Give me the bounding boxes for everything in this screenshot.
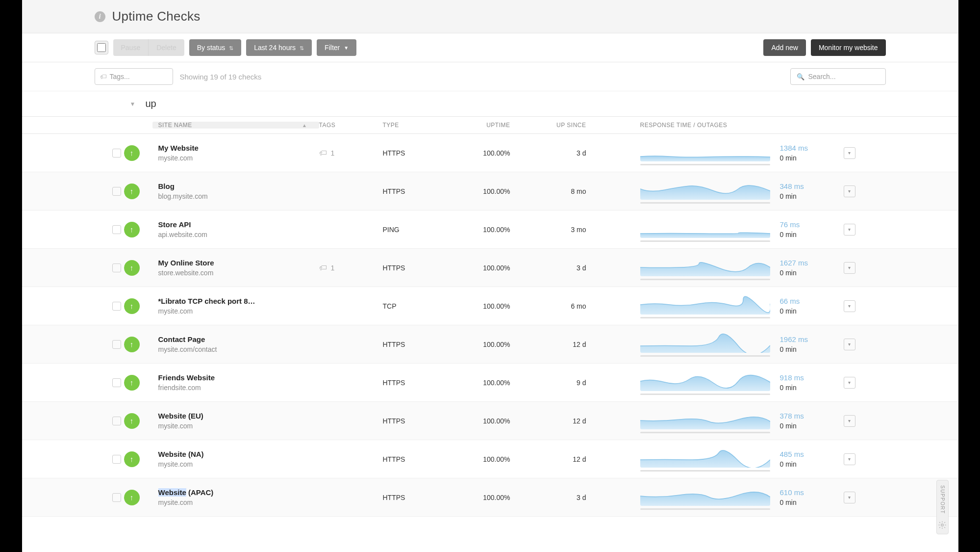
chevron-down-icon: ▼	[344, 45, 349, 51]
upsince-value: 3 d	[520, 264, 601, 272]
tag-icon: 🏷	[319, 263, 327, 272]
col-uptime[interactable]: UPTIME	[452, 122, 520, 129]
search-input[interactable]: 🔍 Search...	[790, 68, 886, 85]
tags-input[interactable]: 🏷 Tags...	[95, 68, 173, 85]
site-url: mysite.com	[158, 154, 319, 162]
filter-label: Filter	[325, 44, 340, 52]
col-sitename[interactable]: SITE NAME ▲	[152, 122, 319, 129]
uptime-value: 100.00%	[452, 455, 520, 463]
table-row[interactable]: Friends Website friendsite.com HTTPS 100…	[22, 364, 958, 402]
col-tags[interactable]: TAGS	[319, 122, 383, 129]
outage-bar	[640, 279, 770, 280]
sort-asc-icon: ▲	[302, 123, 307, 128]
sparkline	[640, 217, 770, 238]
table-row[interactable]: Blog blog.mysite.com HTTPS 100.00% 8 mo …	[22, 172, 958, 210]
outage-time: 0 min	[780, 460, 844, 468]
upsince-value: 3 d	[520, 494, 601, 501]
table-row[interactable]: My Online Store store.website.com 🏷 1 HT…	[22, 249, 958, 287]
status-up-icon	[124, 222, 140, 237]
pause-button[interactable]: Pause	[113, 39, 149, 56]
status-up-icon	[124, 451, 140, 467]
chevron-down-icon: ▼	[130, 101, 136, 107]
uptime-value: 100.00%	[452, 187, 520, 195]
row-menu-button[interactable]: ▾	[844, 300, 855, 312]
table-row[interactable]: Store API api.website.com PING 100.00% 3…	[22, 210, 958, 249]
row-menu-button[interactable]: ▾	[844, 262, 855, 274]
row-menu-button[interactable]: ▾	[844, 185, 855, 197]
sort-dropdown[interactable]: By status	[189, 39, 242, 56]
outage-time: 0 min	[780, 154, 844, 162]
monitor-website-button[interactable]: Monitor my website	[811, 39, 886, 56]
col-upsince[interactable]: UP SINCE	[520, 122, 601, 129]
sparkline	[640, 409, 770, 429]
select-all-checkbox[interactable]	[95, 41, 108, 54]
row-menu-button[interactable]: ▾	[844, 224, 855, 236]
check-type: HTTPS	[383, 341, 452, 348]
row-menu-button[interactable]: ▾	[844, 492, 855, 503]
site-url: mysite.com	[158, 460, 319, 468]
uptime-value: 100.00%	[452, 494, 520, 501]
uptime-value: 100.00%	[452, 226, 520, 234]
sparkline	[640, 294, 770, 315]
table-row[interactable]: Website (APAC) mysite.com HTTPS 100.00% …	[22, 478, 958, 517]
page-header: i Uptime Checks	[22, 0, 958, 33]
row-menu-button[interactable]: ▾	[844, 339, 855, 350]
site-name: *Librato TCP check port 8…	[158, 297, 319, 305]
search-placeholder: Search...	[808, 73, 836, 80]
outage-bar	[640, 202, 770, 204]
status-up-icon	[124, 260, 140, 276]
site-name: Contact Page	[158, 335, 319, 343]
sort-label: By status	[197, 44, 226, 52]
outage-bar	[640, 164, 770, 165]
outage-bar	[640, 508, 770, 510]
response-time: 918 ms	[780, 373, 844, 382]
row-menu-button[interactable]: ▾	[844, 377, 855, 389]
tag-count: 🏷 1	[319, 263, 335, 272]
sparkline	[640, 179, 770, 200]
outage-bar	[640, 355, 770, 357]
sparkline	[640, 332, 770, 353]
site-url: store.website.com	[158, 269, 319, 277]
row-menu-button[interactable]: ▾	[844, 147, 855, 159]
range-dropdown[interactable]: Last 24 hours	[246, 39, 312, 56]
uptime-value: 100.00%	[452, 302, 520, 310]
check-type: HTTPS	[383, 417, 452, 425]
sparkline	[640, 447, 770, 468]
check-type: HTTPS	[383, 187, 452, 195]
tag-icon: 🏷	[100, 73, 107, 80]
sparkline	[640, 256, 770, 276]
outage-time: 0 min	[780, 345, 844, 353]
updown-icon	[229, 44, 233, 52]
group-header[interactable]: ▼ up	[22, 91, 958, 117]
col-type[interactable]: TYPE	[383, 122, 452, 129]
delete-button[interactable]: Delete	[148, 39, 184, 56]
outage-bar	[640, 317, 770, 318]
table-row[interactable]: Website (EU) mysite.com HTTPS 100.00% 12…	[22, 402, 958, 440]
check-type: HTTPS	[383, 149, 452, 157]
gear-icon	[937, 520, 947, 530]
support-tab[interactable]: SUPPORT	[936, 480, 949, 534]
table-row[interactable]: Contact Page mysite.com/contact HTTPS 10…	[22, 325, 958, 364]
range-label: Last 24 hours	[254, 44, 296, 52]
filter-dropdown[interactable]: Filter ▼	[317, 39, 356, 56]
site-name: My Online Store	[158, 259, 319, 267]
check-type: HTTPS	[383, 494, 452, 501]
site-url: mysite.com/contact	[158, 345, 319, 353]
table-row[interactable]: *Librato TCP check port 8… mysite.com TC…	[22, 287, 958, 325]
response-time: 485 ms	[780, 450, 844, 458]
outage-time: 0 min	[780, 192, 844, 200]
row-menu-button[interactable]: ▾	[844, 415, 855, 427]
site-url: mysite.com	[158, 422, 319, 430]
svg-point-0	[941, 524, 944, 526]
search-icon: 🔍	[797, 73, 804, 80]
table-row[interactable]: Website (NA) mysite.com HTTPS 100.00% 12…	[22, 440, 958, 478]
tag-icon: 🏷	[319, 149, 327, 158]
site-name: Store API	[158, 220, 319, 229]
add-new-button[interactable]: Add new	[763, 39, 805, 56]
row-menu-button[interactable]: ▾	[844, 453, 855, 465]
sparkline	[640, 485, 770, 506]
upsince-value: 12 d	[520, 341, 601, 348]
table-row[interactable]: My Website mysite.com 🏷 1 HTTPS 100.00% …	[22, 134, 958, 172]
response-time: 378 ms	[780, 412, 844, 420]
col-response[interactable]: RESPONSE TIME / OUTAGES	[601, 122, 780, 129]
